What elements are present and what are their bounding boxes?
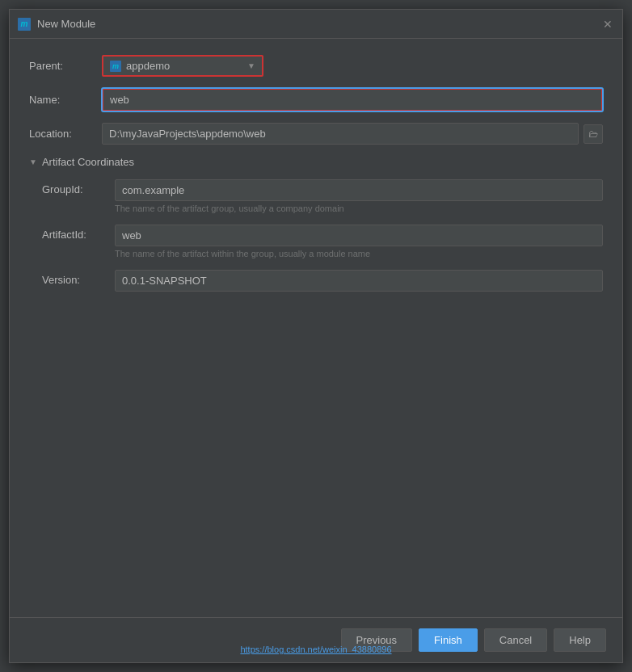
artifact-section-header[interactable]: ▼ Artifact Coordinates xyxy=(29,156,603,168)
location-input[interactable] xyxy=(102,123,579,145)
help-button[interactable]: Help xyxy=(554,628,606,652)
name-row: Name: xyxy=(29,88,603,111)
dialog-footer: Previous Finish Cancel Help xyxy=(10,617,622,662)
close-button[interactable]: ✕ xyxy=(601,18,614,31)
parent-row: Parent: m appdemo ▼ xyxy=(29,55,603,77)
location-field: 🗁 xyxy=(102,123,603,145)
cancel-button[interactable]: Cancel xyxy=(484,628,547,652)
version-input[interactable] xyxy=(115,270,603,292)
groupid-col: The name of the artifact group, usually … xyxy=(115,179,603,221)
title-bar-left: m New Module xyxy=(18,18,95,31)
parent-icon: m xyxy=(110,61,121,72)
artifact-section-title: Artifact Coordinates xyxy=(42,156,134,168)
browse-button[interactable]: 🗁 xyxy=(584,124,603,144)
location-label: Location: xyxy=(29,128,102,140)
parent-value: appdemo xyxy=(126,60,242,72)
name-label: Name: xyxy=(29,94,102,106)
name-input-wrapper xyxy=(102,88,603,111)
artifactid-hint: The name of the artifact within the grou… xyxy=(115,249,603,258)
artifactid-col: The name of the artifact within the grou… xyxy=(115,225,603,267)
chevron-down-icon: ▼ xyxy=(247,61,255,70)
location-row: Location: 🗁 xyxy=(29,123,603,145)
dialog-content: Parent: m appdemo ▼ Name: L xyxy=(10,39,622,617)
artifactid-input[interactable] xyxy=(115,225,603,246)
folder-icon: 🗁 xyxy=(588,128,598,140)
name-field xyxy=(102,88,603,111)
dialog-icon: m xyxy=(18,18,31,31)
parent-dropdown[interactable]: m appdemo ▼ xyxy=(102,55,263,77)
parent-label: Parent: xyxy=(29,60,102,72)
version-col xyxy=(115,270,603,292)
groupid-row: GroupId: The name of the artifact group,… xyxy=(42,179,603,221)
groupid-label: GroupId: xyxy=(42,179,115,195)
groupid-hint: The name of the artifact group, usually … xyxy=(115,204,603,213)
artifactid-row: ArtifactId: The name of the artifact wit… xyxy=(42,225,603,267)
version-row: Version: xyxy=(42,270,603,292)
dialog-title: New Module xyxy=(37,18,95,30)
watermark-link[interactable]: https://blog.csdn.net/weixin_43880896 xyxy=(240,645,391,654)
collapse-arrow-icon: ▼ xyxy=(29,158,37,166)
artifactid-label: ArtifactId: xyxy=(42,225,115,241)
artifact-section-content: GroupId: The name of the artifact group,… xyxy=(29,179,603,292)
title-bar: m New Module ✕ xyxy=(10,10,622,39)
version-label: Version: xyxy=(42,270,115,286)
name-input[interactable] xyxy=(103,90,601,110)
groupid-input[interactable] xyxy=(115,179,603,201)
parent-field: m appdemo ▼ xyxy=(102,55,603,77)
finish-button[interactable]: Finish xyxy=(419,628,478,652)
new-module-dialog: m New Module ✕ Parent: m appdemo ▼ Name: xyxy=(9,9,623,663)
